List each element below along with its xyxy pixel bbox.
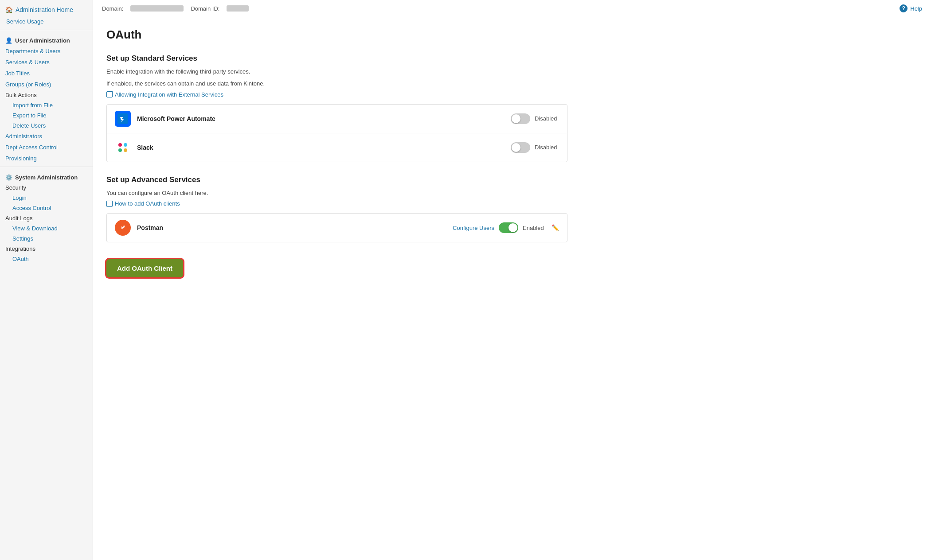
service-row-slack: Slack Disabled xyxy=(107,133,567,162)
service-row-postman: Postman Configure Users Enabled ✏️ xyxy=(107,214,567,242)
power-automate-name: Microsoft Power Automate xyxy=(137,115,505,122)
advanced-services-desc1: You can configure an OAuth client here. xyxy=(106,189,567,198)
security-header: Security xyxy=(0,183,93,193)
svg-point-1 xyxy=(118,143,122,147)
standard-services-desc2: If enabled, the services can obtain and … xyxy=(106,79,567,89)
sidebar-item-services-users[interactable]: Services & Users xyxy=(0,57,93,68)
sidebar-service-usage-label: Service Usage xyxy=(6,18,44,25)
svg-point-4 xyxy=(124,148,127,152)
power-automate-toggle[interactable] xyxy=(511,113,530,124)
sidebar-item-access-control[interactable]: Access Control xyxy=(0,203,93,213)
sidebar-item-view-download[interactable]: View & Download xyxy=(0,223,93,233)
system-admin-label: System Administration xyxy=(15,174,78,181)
postman-status: Enabled xyxy=(523,225,547,231)
edit-icon[interactable]: ✏️ xyxy=(552,224,559,231)
sidebar-item-export-to-file[interactable]: Export to File xyxy=(0,110,93,121)
sidebar-item-import-from-file[interactable]: Import from File xyxy=(0,100,93,110)
add-oauth-client-button[interactable]: Add OAuth Client xyxy=(106,259,183,277)
top-bar-left: Domain: blurred Domain ID: blurred xyxy=(102,5,249,12)
sidebar-admin-home[interactable]: 🏠 Administration Home xyxy=(0,4,93,16)
domain-id-value: blurred xyxy=(227,5,249,12)
house-icon: 🏠 xyxy=(5,6,13,13)
power-automate-toggle-knob xyxy=(512,114,520,123)
domain-value: blurred xyxy=(130,5,184,12)
user-admin-label: User Administration xyxy=(15,37,70,44)
standard-services-title: Set up Standard Services xyxy=(106,54,567,63)
sidebar-item-delete-users[interactable]: Delete Users xyxy=(0,121,93,131)
bulk-actions-header: Bulk Actions xyxy=(0,90,93,100)
top-bar: Domain: blurred Domain ID: blurred ? Hel… xyxy=(93,0,931,17)
person-icon: 👤 xyxy=(5,37,12,44)
power-automate-actions: Disabled xyxy=(511,113,559,124)
postman-toggle[interactable] xyxy=(499,222,518,233)
sidebar-item-administrators[interactable]: Administrators xyxy=(0,131,93,142)
postman-name: Postman xyxy=(137,224,446,231)
standard-services-desc1: Enable integration with the following th… xyxy=(106,67,567,77)
postman-actions[interactable]: Configure Users Enabled ✏️ xyxy=(453,222,559,233)
configure-users-link[interactable]: Configure Users xyxy=(453,225,494,231)
external-link-icon xyxy=(106,91,113,97)
postman-toggle-knob xyxy=(509,223,517,232)
sidebar-service-usage[interactable]: Service Usage xyxy=(0,16,93,27)
standard-services-link[interactable]: Allowing Integration with External Servi… xyxy=(106,91,223,98)
advanced-services-link[interactable]: How to add OAuth clients xyxy=(106,200,180,207)
sidebar-item-groups-roles[interactable]: Groups (or Roles) xyxy=(0,79,93,90)
help-link[interactable]: Help xyxy=(910,5,922,12)
advanced-services-box: Postman Configure Users Enabled ✏️ xyxy=(106,213,567,242)
divider-1 xyxy=(0,30,93,30)
sidebar-home-label: Administration Home xyxy=(16,6,73,13)
audit-logs-header: Audit Logs xyxy=(0,213,93,223)
domain-label: Domain: xyxy=(102,5,123,12)
advanced-services-title: Set up Advanced Services xyxy=(106,175,567,184)
page-title: OAuth xyxy=(106,28,567,42)
slack-toggle[interactable] xyxy=(511,142,530,153)
sidebar-item-login[interactable]: Login xyxy=(0,193,93,203)
service-row-power-automate: Microsoft Power Automate Disabled xyxy=(107,105,567,133)
sidebar-item-departments-users[interactable]: Departments & Users xyxy=(0,46,93,57)
gear-icon: ⚙️ xyxy=(5,174,12,181)
sidebar-user-admin-header: 👤 User Administration xyxy=(0,33,93,46)
postman-icon xyxy=(115,220,131,236)
standard-services-box: Microsoft Power Automate Disabled xyxy=(106,104,567,162)
sidebar: 🏠 Administration Home Service Usage 👤 Us… xyxy=(0,0,93,560)
integrations-header: Integrations xyxy=(0,244,93,254)
content-area: OAuth Set up Standard Services Enable in… xyxy=(93,17,581,288)
svg-point-3 xyxy=(118,148,122,152)
sidebar-item-dept-access-control[interactable]: Dept Access Control xyxy=(0,142,93,153)
external-link-icon-2 xyxy=(106,201,113,207)
main-content: Domain: blurred Domain ID: blurred ? Hel… xyxy=(93,0,931,560)
help-icon: ? xyxy=(900,4,908,12)
domain-id-label: Domain ID: xyxy=(191,5,219,12)
svg-point-2 xyxy=(124,143,127,147)
sidebar-item-oauth[interactable]: OAuth xyxy=(0,254,93,264)
slack-toggle-knob xyxy=(512,143,520,152)
sidebar-item-settings[interactable]: Settings xyxy=(0,233,93,244)
sidebar-item-job-titles[interactable]: Job Titles xyxy=(0,68,93,79)
power-automate-status: Disabled xyxy=(535,115,559,122)
slack-status: Disabled xyxy=(535,144,559,151)
top-bar-right[interactable]: ? Help xyxy=(900,4,922,12)
sidebar-item-provisioning[interactable]: Provisioning xyxy=(0,153,93,164)
slack-name: Slack xyxy=(137,144,505,151)
power-automate-icon xyxy=(115,111,131,127)
slack-icon xyxy=(115,140,131,156)
sidebar-system-admin-header: ⚙️ System Administration xyxy=(0,170,93,183)
divider-2 xyxy=(0,167,93,167)
slack-actions: Disabled xyxy=(511,142,559,153)
